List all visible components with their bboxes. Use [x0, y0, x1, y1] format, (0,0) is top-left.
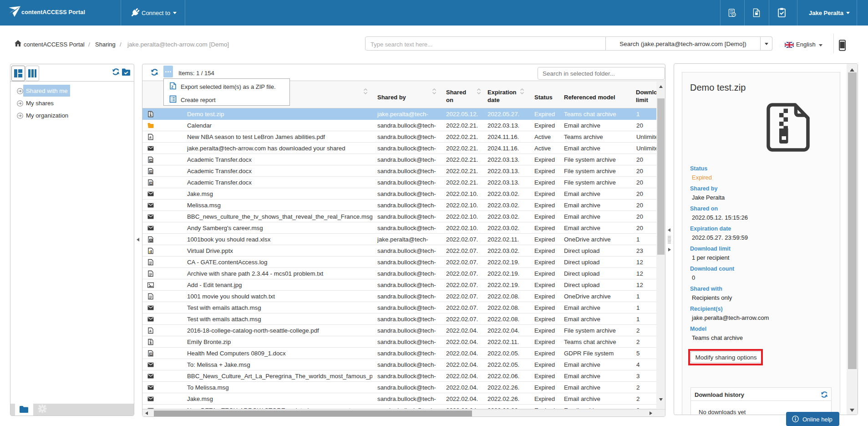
svg-text:X: X [150, 239, 152, 241]
svg-text:z: z [171, 84, 173, 89]
svg-text:W: W [150, 182, 152, 185]
svg-text:W: W [150, 159, 152, 162]
svg-text:W: W [150, 170, 152, 173]
svg-text:W: W [150, 353, 152, 355]
